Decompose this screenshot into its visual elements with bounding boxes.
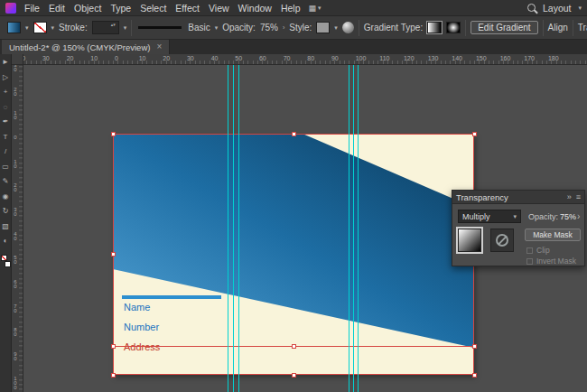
menu-select[interactable]: Select [140, 3, 166, 14]
menu-window[interactable]: Window [238, 3, 272, 14]
pen-tool[interactable]: ✒ [1, 117, 11, 126]
close-tab-icon[interactable]: × [156, 42, 162, 51]
horizontal-ruler[interactable]: 4030201001020304050607080901001101201301… [23, 54, 587, 65]
gradient-tool[interactable]: ◐ [1, 237, 11, 246]
brush-stroke-preview[interactable] [136, 22, 183, 33]
align-panel-button[interactable]: Align [548, 23, 568, 33]
direct-selection-tool[interactable]: ▷ [1, 73, 11, 82]
magic-wand-tool[interactable]: + [1, 88, 11, 97]
guide[interactable] [238, 65, 239, 392]
guide[interactable] [233, 65, 234, 392]
recolor-artwork-icon[interactable] [342, 22, 354, 33]
ruler-label: 80 [13, 327, 18, 336]
vertical-ruler[interactable]: 3020100102030405060708090100 [12, 65, 23, 392]
guide[interactable] [353, 65, 354, 392]
panel-menu-icon[interactable]: ≡ [576, 192, 581, 201]
ruler-label: 30 [13, 65, 18, 71]
illustrator-window: FileEditObjectTypeSelectEffectViewWindow… [0, 0, 587, 392]
object-thumbnail[interactable] [458, 229, 481, 252]
chevron-right-icon[interactable]: › [283, 24, 284, 31]
document-title: Untitled-2* @ 150% (CMYK/Preview) [9, 42, 150, 52]
line-segment-tool[interactable]: / [1, 147, 11, 156]
ruler-label: 0 [13, 135, 18, 139]
ruler-label: 10 [13, 159, 18, 168]
rectangle-tool[interactable]: ▭ [1, 163, 11, 172]
mask-thumbnail[interactable] [490, 229, 514, 252]
selection-handle[interactable] [111, 252, 116, 257]
chevron-down-icon: ▾ [215, 24, 219, 32]
guide[interactable] [349, 65, 349, 392]
scale-tool[interactable]: ▧ [1, 222, 11, 231]
clip-checkbox-row[interactable]: Clip [526, 246, 550, 255]
blob-brush-tool[interactable]: ◉ [1, 192, 11, 201]
selection-handle[interactable] [111, 344, 116, 349]
type-tool-icon: T [4, 133, 8, 142]
selection-handle[interactable] [472, 132, 477, 136]
panel-opacity-value[interactable]: 75% [560, 212, 576, 221]
ruler-label: 50 [235, 55, 242, 61]
ruler-label: 20 [67, 55, 74, 61]
collapse-to-icons-icon[interactable]: » [567, 192, 572, 201]
ruler-label: 90 [331, 55, 339, 61]
type-tool[interactable]: T [1, 133, 11, 142]
edit-gradient-button[interactable]: Edit Gradient [471, 21, 537, 34]
ruler-label: 70 [284, 55, 291, 61]
workspace-label[interactable]: Layout [543, 3, 572, 14]
menu-bar: FileEditObjectTypeSelectEffectViewWindow… [0, 0, 587, 16]
selection-bounding-box[interactable] [113, 134, 474, 375]
selection-handle[interactable] [111, 132, 116, 136]
search-icon[interactable] [527, 4, 536, 12]
document-tab-bar: Untitled-2* @ 150% (CMYK/Preview) × [0, 40, 587, 54]
opacity-value[interactable]: 75% [260, 23, 278, 33]
no-mask-icon [496, 234, 508, 247]
selection-handle[interactable] [292, 344, 296, 349]
fill-stroke-indicator[interactable] [1, 255, 11, 267]
menu-type[interactable]: Type [110, 3, 131, 14]
paintbrush-tool[interactable]: ✎ [1, 177, 11, 186]
guide[interactable] [358, 65, 359, 392]
opacity-slider-arrow-icon[interactable]: › [577, 211, 580, 221]
ruler-label: 150 [476, 55, 487, 61]
make-mask-button[interactable]: Make Mask [525, 229, 581, 241]
menu-view[interactable]: View [209, 3, 229, 14]
ruler-origin-corner[interactable] [12, 54, 23, 65]
clip-checkbox[interactable] [526, 247, 533, 254]
transparency-panel[interactable]: Transparency » ≡ Multiply ▾ Opacity: 75%… [452, 190, 585, 266]
selection-handle[interactable] [472, 373, 477, 378]
selection-handle[interactable] [111, 373, 116, 378]
magic-wand-tool-icon: + [4, 88, 8, 97]
document-tab[interactable]: Untitled-2* @ 150% (CMYK/Preview) × [2, 40, 170, 54]
stroke-color-swatch[interactable] [33, 22, 47, 33]
guide[interactable] [228, 65, 228, 392]
selection-handle[interactable] [292, 132, 296, 136]
brush-name-label[interactable]: Basic [188, 23, 210, 33]
chevron-down-icon: ▾ [318, 5, 321, 12]
menu-help[interactable]: Help [281, 3, 301, 14]
ruler-label: 80 [307, 55, 314, 61]
radial-gradient-button[interactable] [446, 22, 461, 33]
clip-label: Clip [536, 246, 550, 255]
invert-mask-checkbox[interactable] [526, 258, 533, 265]
stroke-weight-stepper[interactable] [92, 21, 119, 34]
menu-effect[interactable]: Effect [175, 3, 200, 14]
selection-tool[interactable]: ► [1, 58, 11, 67]
rotate-tool[interactable]: ↻ [1, 207, 11, 216]
ruler-label: 30 [13, 207, 18, 216]
direct-selection-tool-icon: ▷ [3, 73, 8, 82]
workspace-switcher[interactable]: ▦ ▾ [309, 4, 321, 13]
transform-panel-button[interactable]: Transf [578, 23, 587, 33]
transparency-panel-header[interactable]: Transparency » ≡ [452, 191, 584, 204]
invert-mask-checkbox-row[interactable]: Invert Mask [526, 257, 576, 266]
graphic-style-swatch[interactable] [316, 22, 330, 33]
blend-mode-select[interactable]: Multiply ▾ [458, 210, 521, 223]
selection-handle[interactable] [292, 373, 296, 378]
linear-gradient-button[interactable] [427, 22, 442, 33]
fill-color-swatch[interactable] [7, 22, 21, 33]
menu-object[interactable]: Object [74, 3, 101, 14]
menu-file[interactable]: File [24, 3, 40, 14]
lasso-tool[interactable]: ◌ [1, 103, 11, 112]
selection-handle[interactable] [472, 344, 477, 349]
blob-brush-tool-icon: ◉ [3, 192, 9, 201]
ruler-label: 70 [13, 303, 18, 313]
menu-edit[interactable]: Edit [49, 3, 65, 14]
